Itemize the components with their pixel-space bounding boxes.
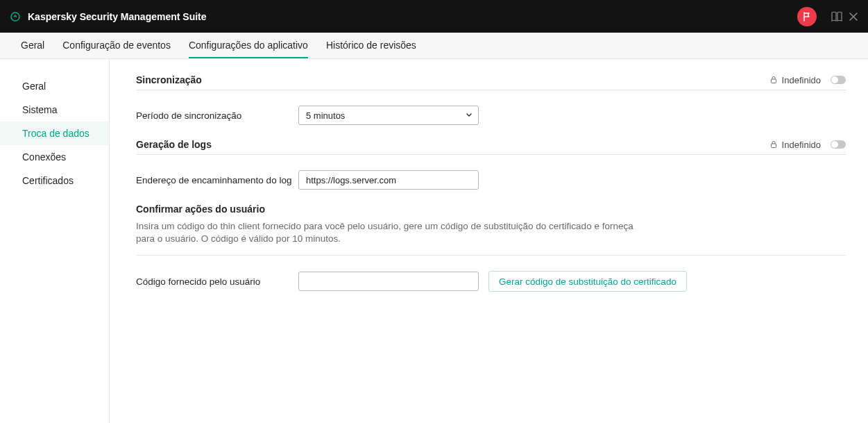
tab-config-aplicativo[interactable]: Configurações do aplicativo	[189, 33, 308, 58]
user-code-input[interactable]	[298, 272, 479, 291]
generate-cert-code-button[interactable]: Gerar código de substituição do certific…	[488, 271, 687, 292]
section-logs-header: Geração de logs Indefinido	[136, 139, 846, 155]
sidebar: Geral Sistema Troca de dados Conexões Ce…	[0, 59, 110, 423]
notification-flag-button[interactable]	[797, 7, 817, 26]
section-confirm-help: Insira um código do thin client fornecid…	[136, 220, 636, 245]
chevron-down-icon	[466, 110, 473, 121]
sidebar-item-geral[interactable]: Geral	[0, 74, 109, 98]
section-sync-title: Sincronização	[136, 74, 202, 85]
titlebar: Kaspersky Security Management Suite	[0, 0, 868, 33]
section-logs-status: Indefinido	[782, 140, 821, 150]
section-confirm-title: Confirmar ações do usuário	[136, 204, 846, 215]
tab-geral[interactable]: Geral	[21, 33, 44, 58]
lock-icon	[769, 140, 778, 149]
close-icon[interactable]	[849, 12, 858, 22]
sidebar-item-certificados[interactable]: Certificados	[0, 169, 109, 192]
main-panel: Sincronização Indefinido Período de sinc…	[110, 59, 868, 423]
section-logs-title: Geração de logs	[136, 139, 212, 150]
svg-rect-1	[771, 79, 776, 83]
tab-historico-revisoes[interactable]: Histórico de revisões	[326, 33, 416, 58]
log-forward-input[interactable]	[298, 170, 479, 190]
divider	[136, 255, 846, 256]
sync-period-label: Período de sincronização	[136, 110, 298, 121]
svg-rect-2	[771, 144, 776, 148]
section-sync-status: Indefinido	[782, 75, 821, 85]
app-title: Kaspersky Security Management Suite	[28, 11, 207, 22]
section-sync-header: Sincronização Indefinido	[136, 74, 846, 90]
user-code-label: Código fornecido pelo usuário	[136, 276, 298, 287]
tab-config-eventos[interactable]: Configuração de eventos	[62, 33, 171, 58]
lock-icon	[769, 76, 778, 84]
sidebar-item-sistema[interactable]: Sistema	[0, 98, 109, 122]
svg-point-0	[11, 13, 19, 21]
book-icon[interactable]	[831, 10, 843, 23]
sync-toggle[interactable]	[831, 76, 846, 84]
app-logo-icon	[10, 11, 21, 22]
sync-period-select[interactable]: 5 minutos	[298, 106, 479, 125]
logs-toggle[interactable]	[831, 140, 846, 149]
sidebar-item-conexoes[interactable]: Conexões	[0, 145, 109, 169]
sidebar-item-troca-de-dados[interactable]: Troca de dados	[0, 122, 109, 145]
log-forward-label: Endereço de encaminhamento do log	[136, 175, 298, 185]
tabbar: Geral Configuração de eventos Configuraç…	[0, 33, 868, 59]
